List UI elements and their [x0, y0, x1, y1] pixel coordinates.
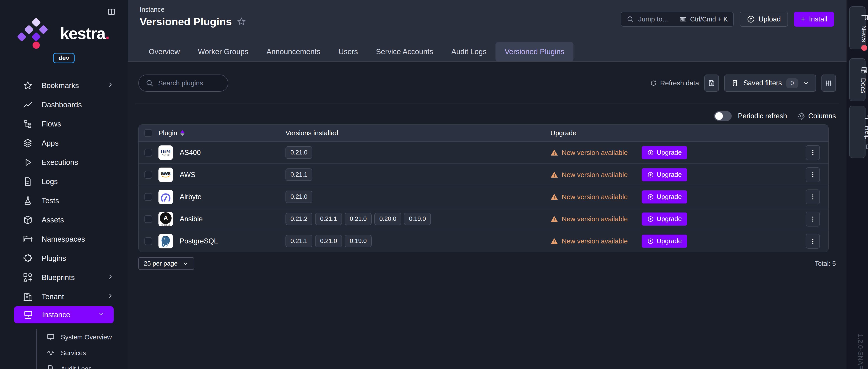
ibm-as400-logo-icon: IBM: [160, 149, 171, 154]
version-chip: 0.21.2: [285, 213, 312, 225]
sidebar-item-assets[interactable]: Assets: [0, 210, 128, 229]
tab-audit-logs[interactable]: Audit Logs: [442, 42, 495, 61]
per-page-select[interactable]: 25 per page: [138, 257, 194, 270]
rail-button-label: Docs: [860, 78, 867, 93]
saved-filters-dropdown[interactable]: Saved filters 0: [724, 74, 816, 92]
upgrade-button[interactable]: Upgrade: [642, 146, 687, 159]
upload-button[interactable]: Upload: [740, 12, 788, 27]
monitor-icon: [46, 333, 55, 341]
airbyte-logo-icon: [160, 191, 172, 203]
upgrade-icon: [647, 149, 654, 156]
chevron-down-icon: [182, 260, 189, 267]
app-version: 1.2.0-SNAPSHOT: [857, 334, 864, 369]
periodic-refresh-toggle[interactable]: [714, 111, 732, 121]
install-button[interactable]: + Install: [794, 12, 834, 27]
row-checkbox[interactable]: [145, 149, 152, 157]
breadcrumb: Instance: [140, 6, 164, 13]
puzzle-icon: [23, 253, 33, 264]
upgrade-icon: [647, 194, 654, 200]
favorite-star-icon[interactable]: [237, 17, 246, 26]
columns-button[interactable]: Columns: [798, 112, 836, 120]
row-checkbox[interactable]: [145, 193, 152, 201]
plugin-name: Ansible: [180, 215, 203, 223]
tab-bar: OverviewWorker GroupsAnnouncementsUsersS…: [140, 42, 574, 61]
sidebar-item-blueprints[interactable]: Blueprints: [0, 268, 128, 287]
sidebar-collapse-icon[interactable]: [107, 7, 116, 16]
sidebar-item-flows[interactable]: Flows: [0, 114, 128, 133]
tab-service-accounts[interactable]: Service Accounts: [367, 42, 442, 61]
plugin-name: AS400: [180, 148, 201, 157]
sidebar-subitem-services[interactable]: Services: [0, 345, 128, 361]
upgrade-icon: [647, 171, 654, 178]
sidebar-subitem-label: Services: [61, 349, 86, 357]
plugins-table: Plugin Versions installed Upgrade IBMAS4…: [138, 125, 829, 252]
jump-to-placeholder: Jump to...: [638, 15, 668, 23]
search-plugins-input[interactable]: Search plugins: [138, 74, 228, 92]
external-link-icon: [864, 143, 868, 150]
sidebar-item-logs[interactable]: Logs: [0, 172, 128, 191]
sidebar-item-instance[interactable]: Instance: [14, 306, 114, 324]
version-chip: 0.21.0: [345, 213, 372, 225]
column-plugin[interactable]: Plugin: [158, 129, 285, 137]
row-checkbox[interactable]: [145, 215, 152, 223]
sidebar-subitem-system-overview[interactable]: System Overview: [0, 329, 128, 345]
tab-overview[interactable]: Overview: [140, 42, 189, 61]
sidebar-item-executions[interactable]: Executions: [0, 153, 128, 172]
sidebar-subitem-audit-logs[interactable]: Audit Logs: [0, 361, 128, 369]
filter-settings-button[interactable]: [822, 74, 836, 92]
total-count: Total: 5: [815, 260, 836, 267]
warning-icon: [550, 149, 558, 157]
sidebar-item-bookmarks[interactable]: Bookmarks: [0, 76, 128, 95]
shortcut-hint: Ctrl/Cmd + K: [679, 15, 728, 23]
sidebar-item-tests[interactable]: Tests: [0, 191, 128, 210]
table-row: aws AWS 0.21.1 New version available Upg…: [138, 164, 829, 186]
tab-announcements[interactable]: Announcements: [257, 42, 330, 61]
row-menu-button[interactable]: [806, 145, 820, 160]
upgrade-button[interactable]: Upgrade: [642, 235, 687, 248]
version-chip: 0.21.0: [315, 235, 342, 247]
upgrade-button[interactable]: Upgrade: [642, 212, 687, 226]
tab-users[interactable]: Users: [329, 42, 367, 61]
sidebar-item-tenant[interactable]: Tenant: [0, 287, 128, 306]
upgrade-button[interactable]: Upgrade: [642, 190, 687, 203]
refresh-data-button[interactable]: Refresh data: [650, 79, 699, 87]
warning-icon: [550, 237, 558, 245]
sidebar-item-dashboards[interactable]: Dashboards: [0, 95, 128, 114]
row-menu-button[interactable]: [806, 190, 820, 204]
postgresql-logo-icon: [160, 235, 172, 247]
search-icon: [627, 15, 634, 23]
new-version-warning: New version available: [550, 171, 628, 179]
sort-icon[interactable]: [180, 130, 184, 136]
row-menu-button[interactable]: [806, 167, 820, 182]
tab-versioned-plugins[interactable]: Versioned Plugins: [495, 42, 573, 61]
row-menu-button[interactable]: [806, 234, 820, 248]
row-menu-button[interactable]: [806, 211, 820, 227]
upgrade-icon: [647, 216, 654, 223]
building-icon: [23, 292, 33, 302]
row-checkbox[interactable]: [145, 237, 152, 245]
chevron-down-icon: [802, 80, 809, 87]
rail-button-docs[interactable]: Docs: [849, 58, 866, 101]
new-version-warning: New version available: [550, 193, 628, 201]
layers-icon: [23, 138, 33, 148]
upgrade-button[interactable]: Upgrade: [642, 168, 687, 181]
select-all-checkbox[interactable]: [145, 129, 152, 137]
rail-button-news[interactable]: News: [849, 6, 866, 49]
sidebar-item-label: Instance: [42, 310, 70, 319]
flask-icon: [23, 196, 33, 206]
plugin-name: Airbyte: [180, 193, 202, 201]
save-icon: [708, 79, 715, 87]
sidebar-item-plugins[interactable]: Plugins: [0, 248, 128, 268]
version-chip: 0.19.0: [345, 235, 372, 247]
sidebar-item-apps[interactable]: Apps: [0, 133, 128, 153]
jump-to-input[interactable]: Jump to... Ctrl/Cmd + K: [621, 12, 734, 27]
save-filter-button[interactable]: [704, 74, 719, 92]
rail-button-help[interactable]: Help: [849, 106, 866, 158]
version-chip: 0.21.1: [285, 235, 312, 247]
version-chip: 0.21.1: [285, 168, 312, 181]
tab-worker-groups[interactable]: Worker Groups: [189, 42, 257, 61]
sidebar-item-namespaces[interactable]: Namespaces: [0, 229, 128, 248]
sidebar-subitem-label: Audit Logs: [61, 365, 92, 369]
row-checkbox[interactable]: [145, 171, 152, 179]
flag-icon: [859, 13, 868, 22]
